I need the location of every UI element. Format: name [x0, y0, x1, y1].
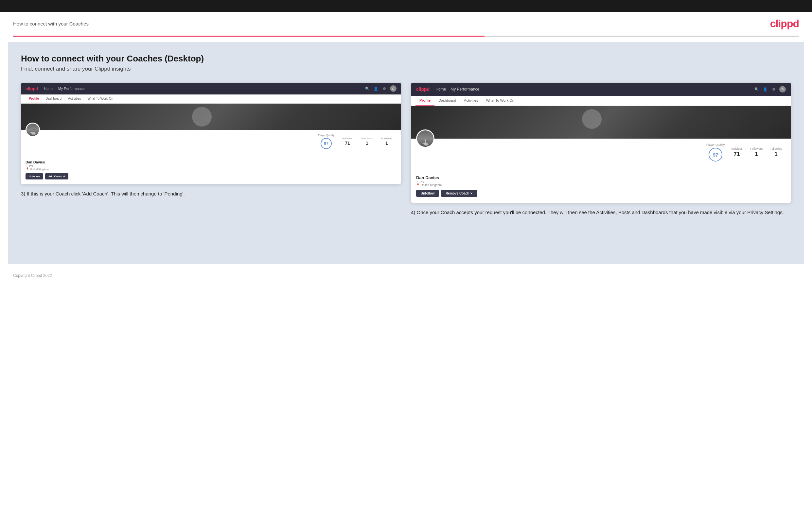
right-avatar-image: [417, 130, 434, 147]
right-nav-performance[interactable]: My Performance: [451, 87, 479, 92]
right-player-name: Dan Davies: [416, 175, 786, 180]
right-settings-icon[interactable]: ⚙: [771, 86, 777, 92]
clippd-logo: clippd: [770, 18, 799, 30]
left-unfollow-button[interactable]: Unfollow: [26, 173, 43, 179]
header-divider: [13, 36, 799, 37]
left-add-icon: +: [63, 175, 65, 178]
right-activities-label: Activities: [731, 147, 743, 150]
left-search-icon[interactable]: 🔍: [364, 86, 370, 92]
right-location-text: United Kingdom: [421, 183, 442, 187]
right-tab-profile[interactable]: Profile: [415, 96, 435, 106]
left-tab-what-to-work-on[interactable]: What To Work On: [85, 95, 117, 103]
right-nav-icons: 🔍 👤 ⚙ D: [754, 86, 786, 93]
right-pq-circle: 97: [709, 148, 722, 162]
right-pq-label: Player Quality: [706, 143, 725, 147]
right-tab-what-to-work-on[interactable]: What To Work On: [482, 96, 518, 106]
screenshots-row: clippd Home My Performance 🔍 👤 ⚙ D Profi…: [21, 83, 791, 216]
right-tab-dashboard[interactable]: Dashboard: [435, 96, 460, 106]
right-player-quality-group: Player Quality 97: [704, 143, 727, 162]
left-following-label: Following: [381, 137, 392, 140]
right-action-buttons: Unfollow Remove Coach ✕: [416, 190, 786, 197]
right-followers-label: Followers: [750, 147, 763, 150]
left-mock-tabs: Profile Dashboard Activities What To Wor…: [21, 95, 401, 104]
left-player-badge: ✓ Pro: [26, 164, 397, 167]
left-nav-links: Home My Performance: [44, 87, 359, 91]
left-stats-row: Player Quality 97 Activities 71 Follower…: [26, 132, 397, 152]
page-title: How to connect with your Coaches: [13, 21, 89, 26]
left-mock-logo: clippd: [26, 86, 38, 91]
left-name-area: Dan Davies ✓ Pro 📍 United Kingdom: [26, 152, 397, 171]
left-tab-activities[interactable]: Activities: [65, 95, 84, 103]
left-activities-label: Activities: [342, 137, 353, 140]
left-add-coach-button[interactable]: Add Coach +: [45, 173, 68, 179]
left-following-value: 1: [386, 140, 388, 146]
left-nav-icons: 🔍 👤 ⚙ D: [364, 85, 397, 92]
left-tab-dashboard[interactable]: Dashboard: [42, 95, 65, 103]
right-player-location: 📍 United Kingdom: [416, 183, 786, 187]
left-caption: 3) If this is your Coach click 'Add Coac…: [21, 190, 401, 198]
copyright-text: Copyright Clippd 2022: [13, 273, 52, 278]
right-mock-nav: clippd Home My Performance 🔍 👤 ⚙ D: [411, 83, 791, 96]
left-banner-image: [21, 104, 401, 130]
left-screenshot-col: clippd Home My Performance 🔍 👤 ⚙ D Profi…: [21, 83, 401, 198]
left-badge-text: Pro: [29, 164, 33, 167]
left-activities-value: 71: [345, 140, 350, 146]
left-player-quality-group: Player Quality 97: [315, 134, 338, 149]
right-mock-banner: [411, 106, 791, 138]
left-following-group: Following 1: [377, 137, 397, 146]
right-unfollow-button[interactable]: Unfollow: [416, 190, 439, 197]
left-mock-nav: clippd Home My Performance 🔍 👤 ⚙ D: [21, 83, 401, 95]
right-user-icon[interactable]: 👤: [762, 86, 768, 92]
right-nav-links: Home My Performance: [436, 87, 748, 92]
left-tab-profile[interactable]: Profile: [26, 95, 42, 103]
right-banner-image: [411, 106, 791, 138]
left-pq-label: Player Quality: [318, 134, 334, 136]
left-location-icon: 📍: [26, 167, 29, 171]
left-profile-section: Player Quality 97 Activities 71 Follower…: [21, 130, 401, 184]
right-pro-icon: ✓: [416, 180, 419, 183]
left-action-buttons: Unfollow Add Coach +: [26, 173, 397, 179]
right-followers-value: 1: [755, 151, 758, 158]
right-location-icon: 📍: [416, 183, 420, 187]
right-followers-group: Followers 1: [747, 147, 766, 158]
left-location-text: United Kingdom: [30, 168, 49, 171]
right-player-badge: ✓ Pro: [416, 180, 786, 183]
right-activities-group: Activities 71: [727, 147, 747, 158]
header: How to connect with your Coaches clippd: [0, 12, 812, 36]
right-following-group: Following 1: [766, 147, 786, 158]
left-avatar-icon[interactable]: D: [390, 85, 397, 92]
right-avatar: [416, 129, 435, 148]
right-nav-home[interactable]: Home: [436, 87, 446, 92]
right-search-icon[interactable]: 🔍: [754, 86, 760, 92]
page-heading: How to connect with your Coaches (Deskto…: [21, 54, 791, 64]
left-avatar-image: [27, 123, 39, 136]
right-mock-tabs: Profile Dashboard Activities What To Wor…: [411, 96, 791, 106]
left-player-location: 📍 United Kingdom: [26, 167, 397, 171]
right-mock-browser: clippd Home My Performance 🔍 👤 ⚙ D Profi…: [411, 83, 791, 203]
right-mock-logo: clippd: [416, 87, 429, 92]
left-settings-icon[interactable]: ⚙: [382, 86, 387, 92]
left-mock-banner: [21, 104, 401, 130]
left-nav-home[interactable]: Home: [44, 87, 53, 91]
main-content: How to connect with your Coaches (Deskto…: [8, 42, 804, 264]
right-screenshot-col: clippd Home My Performance 🔍 👤 ⚙ D Profi…: [411, 83, 791, 216]
left-avatar: [26, 123, 40, 137]
right-tab-activities[interactable]: Activities: [460, 96, 482, 106]
left-mock-browser: clippd Home My Performance 🔍 👤 ⚙ D Profi…: [21, 83, 401, 184]
right-activities-value: 71: [734, 151, 740, 158]
left-followers-value: 1: [366, 140, 368, 146]
right-avatar-icon[interactable]: D: [779, 86, 786, 93]
right-following-value: 1: [774, 151, 777, 158]
right-caption: 4) Once your Coach accepts your request …: [411, 209, 791, 216]
left-nav-performance[interactable]: My Performance: [58, 87, 85, 91]
right-profile-section: Player Quality 97 Activities 71 Follower…: [411, 138, 791, 203]
left-player-name: Dan Davies: [26, 160, 397, 164]
left-followers-label: Followers: [361, 137, 373, 140]
left-followers-group: Followers 1: [357, 137, 377, 146]
left-user-icon[interactable]: 👤: [373, 86, 379, 92]
left-pq-circle: 97: [321, 138, 332, 149]
right-remove-coach-button[interactable]: Remove Coach ✕: [441, 190, 477, 197]
right-remove-icon: ✕: [470, 192, 473, 195]
left-pro-icon: ✓: [26, 164, 28, 167]
right-stats-row: Player Quality 97 Activities 71 Follower…: [416, 142, 786, 165]
